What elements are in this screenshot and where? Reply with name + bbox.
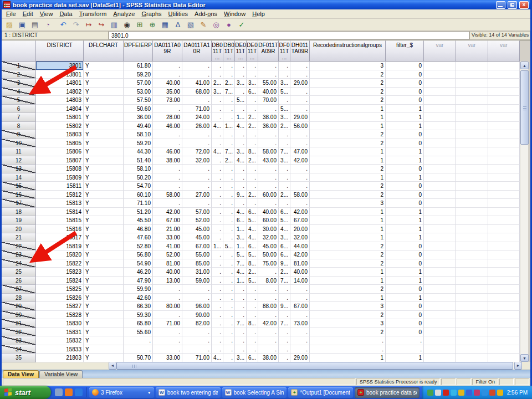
cell-r16-Recodedinstructionalgroups[interactable]: 2 bbox=[310, 191, 386, 200]
cell-r7-DA011TA09R[interactable]: 28.00 bbox=[153, 113, 182, 122]
cell-r9-DISTRICT[interactable]: 15803 bbox=[36, 130, 84, 139]
cell-r2-Recodedinstructionalgroups[interactable]: 2 bbox=[310, 70, 386, 79]
cell-r15-DA011TA09R[interactable]: . bbox=[153, 182, 182, 191]
cell-r2-DA011TA10R[interactable]: . bbox=[182, 70, 212, 79]
row-number-11[interactable]: 11 bbox=[2, 147, 36, 156]
cell-r14-var-1[interactable] bbox=[424, 173, 456, 182]
cell-r4-DE011T-1[interactable]: . bbox=[235, 88, 247, 96]
goto-case-button[interactable]: ↦ bbox=[83, 19, 95, 30]
cell-r26-DF011T[interactable]: 7... bbox=[279, 277, 290, 285]
cell-r25-DE011T-1[interactable]: 4... bbox=[235, 268, 247, 277]
cell-r35-DA011TA09R[interactable]: 33.00 bbox=[153, 354, 182, 362]
cell-r15-DA011TA10R[interactable]: . bbox=[182, 182, 212, 191]
cell-r15-DFLCHART[interactable]: Y bbox=[84, 182, 124, 191]
cell-r34-DF011T[interactable]: . bbox=[279, 345, 290, 354]
cell-r34-DF011TA09R[interactable]: . bbox=[258, 345, 279, 354]
cell-r20-var-1[interactable] bbox=[424, 225, 456, 234]
cell-r12-DF011T[interactable]: 3... bbox=[279, 156, 290, 165]
cell-r11-DFLCHART[interactable]: Y bbox=[84, 147, 124, 156]
close-button[interactable]: × bbox=[519, 1, 529, 9]
cell-r9-filter_$[interactable]: 0 bbox=[386, 130, 424, 139]
cell-r22-DA011TA09R[interactable]: 41.00 bbox=[153, 242, 182, 251]
cell-r18-DB011T-1[interactable]: . bbox=[212, 208, 223, 217]
cell-r31-filter_$[interactable]: 0 bbox=[386, 319, 424, 328]
cell-r5-DE011T-2[interactable]: . bbox=[247, 96, 258, 105]
horizontal-scroll-thumb[interactable] bbox=[116, 362, 513, 370]
taskbar-button-word[interactable]: Wbook two entering da... bbox=[156, 387, 221, 398]
cell-r12-var-1[interactable] bbox=[424, 156, 456, 165]
cell-r25-DB011T-1[interactable]: . bbox=[212, 268, 223, 277]
cell-r13-DF011T[interactable]: . bbox=[279, 165, 290, 173]
tray-icon-10[interactable] bbox=[497, 390, 503, 396]
cell-r21-DISTRICT[interactable]: 15817 bbox=[36, 233, 84, 242]
row-number-4[interactable]: 4 bbox=[2, 88, 36, 96]
cell-r9-DB011T-2[interactable]: . bbox=[223, 130, 235, 139]
cell-r14-DE011T-1[interactable]: . bbox=[235, 173, 247, 182]
cell-r11-DE011T-2[interactable]: 8... bbox=[247, 147, 258, 156]
cell-r22-DPFEIERP[interactable]: 52.80 bbox=[124, 242, 153, 251]
cell-r20-DE011T-1[interactable]: 1... bbox=[235, 225, 247, 234]
cell-r20-var-2[interactable] bbox=[456, 225, 488, 234]
cell-r3-DB011T-2[interactable]: 2... bbox=[223, 79, 235, 88]
cell-r31-DPFEIERP[interactable]: 65.80 bbox=[124, 319, 153, 328]
cell-r6-Recodedinstructionalgroups[interactable]: 1 bbox=[310, 105, 386, 114]
cell-r4-DA011TA10R[interactable]: 68.00 bbox=[182, 88, 212, 96]
cell-r30-var-2[interactable] bbox=[456, 311, 488, 320]
quick-launch-ie-icon[interactable] bbox=[75, 388, 83, 396]
cell-r26-DE011T-2[interactable]: 5... bbox=[247, 277, 258, 285]
cell-r27-var-2[interactable] bbox=[456, 285, 488, 294]
cell-r31-DE011T-2[interactable]: 8... bbox=[247, 319, 258, 328]
column-header-DF011TA09R[interactable]: DF011TA09R bbox=[258, 40, 279, 62]
cell-r25-var-3[interactable] bbox=[488, 268, 520, 277]
cell-r17-DFLCHART[interactable]: Y bbox=[84, 199, 124, 208]
cell-r18-DISTRICT[interactable]: 15814 bbox=[36, 208, 84, 217]
cell-r14-DFLCHART[interactable]: Y bbox=[84, 173, 124, 182]
cell-r28-var-3[interactable] bbox=[488, 294, 520, 303]
cell-r31-DE011T-1[interactable]: 7... bbox=[235, 319, 247, 328]
row-number-29[interactable]: 29 bbox=[2, 302, 36, 311]
cell-r24-var-2[interactable] bbox=[456, 259, 488, 268]
cell-r33-DA011TA10R[interactable]: . bbox=[182, 336, 212, 345]
cell-r23-DA011TA09R[interactable]: 52.00 bbox=[153, 250, 182, 259]
title-bar[interactable]: book practice data set.sav [DataSet1] - … bbox=[2, 0, 530, 9]
cell-r19-var-3[interactable] bbox=[488, 216, 520, 225]
cell-r7-DH011TA09R[interactable]: 29.00 bbox=[290, 113, 310, 122]
print-button[interactable]: ▤ bbox=[29, 19, 41, 30]
cell-r22-DE011T-1[interactable]: 1... bbox=[235, 242, 247, 251]
cell-r6-DE011T-2[interactable]: . bbox=[247, 105, 258, 114]
cell-r24-var-3[interactable] bbox=[488, 259, 520, 268]
cell-r27-var-1[interactable] bbox=[424, 285, 456, 294]
cell-r15-DE011T-1[interactable]: . bbox=[235, 182, 247, 191]
cell-r7-DB011T-1[interactable]: . bbox=[212, 113, 223, 122]
cell-r31-DB011T-1[interactable]: . bbox=[212, 319, 223, 328]
cell-r26-DA011TA09R[interactable]: 13.00 bbox=[153, 277, 182, 285]
cell-r14-Recodedinstructionalgroups[interactable]: 1 bbox=[310, 173, 386, 182]
cell-r30-DA011TA09R[interactable]: . bbox=[153, 311, 182, 320]
cell-r27-var-3[interactable] bbox=[488, 285, 520, 294]
cell-r16-DF011T[interactable]: 2... bbox=[279, 191, 290, 200]
cell-r7-Recodedinstructionalgroups[interactable]: 1 bbox=[310, 113, 386, 122]
cell-r4-DFLCHART[interactable]: Y bbox=[84, 88, 124, 96]
cell-r11-DH011TA09R[interactable]: 47.00 bbox=[290, 147, 310, 156]
cell-r20-DFLCHART[interactable]: Y bbox=[84, 225, 124, 234]
cell-r3-var-3[interactable] bbox=[488, 79, 520, 88]
cell-r19-DA011TA10R[interactable]: 52.00 bbox=[182, 216, 212, 225]
cell-r34-Recodedinstructionalgroups[interactable]: . bbox=[310, 345, 386, 354]
column-header-DB011T-1[interactable]: DB011T... bbox=[212, 40, 223, 62]
cell-r14-DH011TA09R[interactable]: . bbox=[290, 173, 310, 182]
row-number-30[interactable]: 30 bbox=[2, 311, 36, 320]
cell-r20-DISTRICT[interactable]: 15816 bbox=[36, 225, 84, 234]
row-number-10[interactable]: 10 bbox=[2, 139, 36, 148]
cell-r11-DF011TA09R[interactable]: 58.00 bbox=[258, 147, 279, 156]
cell-r29-var-3[interactable] bbox=[488, 302, 520, 311]
cell-r23-var-2[interactable] bbox=[456, 250, 488, 259]
cell-r17-DF011T[interactable]: . bbox=[279, 199, 290, 208]
cell-r24-filter_$[interactable]: 0 bbox=[386, 259, 424, 268]
cell-r5-DA011TA09R[interactable]: 73.00 bbox=[153, 96, 182, 105]
cell-r32-var-3[interactable] bbox=[488, 328, 520, 337]
cell-r8-DH011TA09R[interactable]: 56.00 bbox=[290, 122, 310, 131]
cell-r17-DE011T-2[interactable]: . bbox=[247, 199, 258, 208]
cell-r30-DB011T-1[interactable]: . bbox=[212, 311, 223, 320]
row-number-13[interactable]: 13 bbox=[2, 165, 36, 173]
cell-r32-DISTRICT[interactable]: 15831 bbox=[36, 328, 84, 337]
